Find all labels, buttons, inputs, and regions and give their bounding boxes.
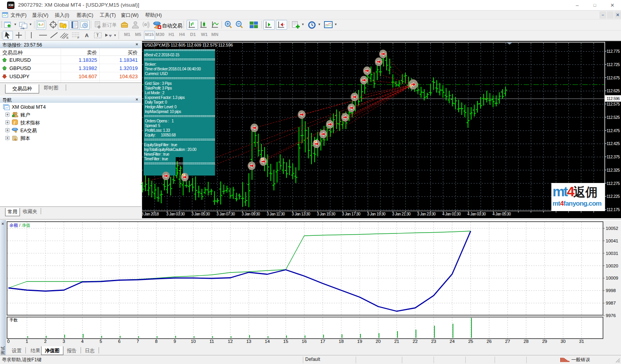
svg-text:4 Jan 03:30: 4 Jan 03:30 [467, 212, 486, 216]
svg-text:测试: 测试 [0, 346, 5, 355]
svg-text:112.175: 112.175 [607, 207, 620, 212]
svg-text:9976: 9976 [606, 313, 616, 318]
svg-text:112.575: 112.575 [607, 102, 620, 106]
svg-text:3 Jan 07:30: 3 Jan 07:30 [216, 212, 235, 216]
svg-text:3 Jan 15:30: 3 Jan 15:30 [317, 212, 336, 216]
svg-text:4 Jan 05:30: 4 Jan 05:30 [492, 212, 511, 216]
svg-text:112.525: 112.525 [607, 115, 620, 120]
svg-text:T: T [96, 33, 99, 38]
svg-text:9987: 9987 [606, 301, 616, 305]
svg-text:10009: 10009 [606, 276, 618, 280]
svg-text:112.725: 112.725 [607, 62, 620, 67]
svg-text:3 Jan 2018: 3 Jan 2018 [141, 212, 159, 216]
svg-text:112.596: 112.596 [607, 96, 620, 101]
svg-text:USDJPY,M15 112.605 112.609 112: USDJPY,M15 112.605 112.609 112.575 112.5… [144, 43, 233, 47]
svg-text:3 Jan 11:30: 3 Jan 11:30 [267, 212, 285, 216]
svg-text:3 Jan 19:30: 3 Jan 19:30 [367, 212, 386, 216]
svg-text:112.775: 112.775 [607, 49, 620, 54]
svg-text:10020: 10020 [606, 264, 618, 268]
svg-text:3 Jan 09:30: 3 Jan 09:30 [241, 212, 260, 216]
svg-text:112.325: 112.325 [607, 168, 620, 172]
svg-text:×: × [2, 221, 4, 226]
svg-text:112.475: 112.475 [607, 128, 620, 133]
svg-text:10052: 10052 [606, 226, 618, 231]
svg-text:3 Jan 03:30: 3 Jan 03:30 [166, 212, 185, 216]
svg-text:112.225: 112.225 [607, 194, 620, 199]
svg-text:112.375: 112.375 [607, 154, 620, 159]
svg-text:3 Jan 21:30: 3 Jan 21:30 [392, 212, 411, 216]
svg-text:112.625: 112.625 [607, 88, 620, 93]
svg-text:3 Jan 05:30: 3 Jan 05:30 [191, 212, 210, 216]
svg-text:手数: 手数 [9, 317, 18, 322]
svg-text:112.275: 112.275 [607, 181, 620, 186]
svg-text:4 Jan 01:30: 4 Jan 01:30 [442, 212, 461, 216]
svg-text:F: F [77, 36, 79, 39]
svg-text:3 Jan 13:30: 3 Jan 13:30 [292, 212, 311, 216]
svg-text:9998: 9998 [606, 288, 616, 293]
svg-text:3 Jan 23:30: 3 Jan 23:30 [417, 212, 436, 216]
svg-text:3 Jan 17:30: 3 Jan 17:30 [342, 212, 361, 216]
svg-text:112.425: 112.425 [607, 141, 620, 146]
svg-text:10041: 10041 [606, 238, 618, 243]
svg-text:10031: 10031 [606, 251, 618, 256]
svg-text:E: E [67, 36, 68, 39]
svg-text:余额 / 净值: 余额 / 净值 [9, 223, 30, 228]
svg-text:112.675: 112.675 [607, 75, 620, 80]
